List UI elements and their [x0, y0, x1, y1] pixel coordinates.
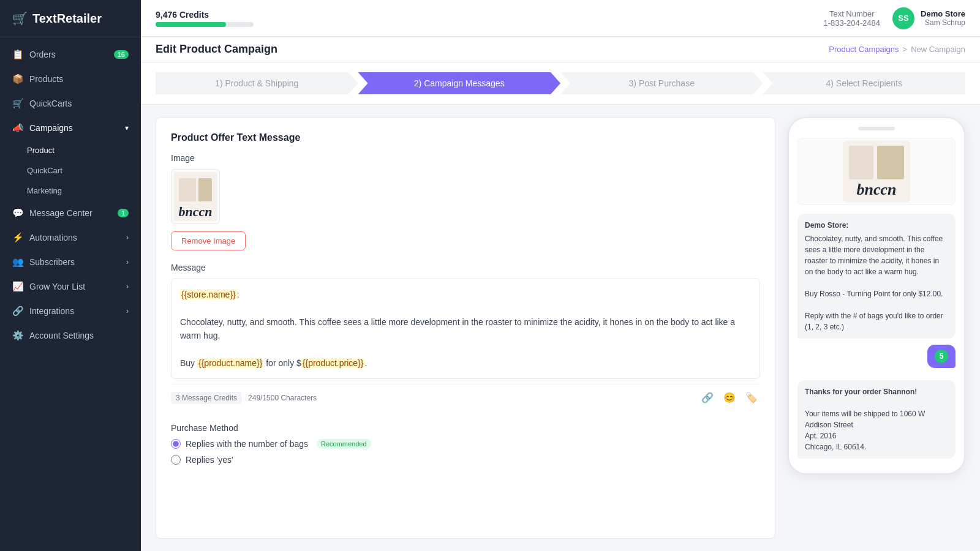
- orders-icon: 📋: [12, 49, 23, 60]
- phone-shipping-label: Your items will be shipped to 1060 W Add…: [805, 410, 925, 429]
- phone-notch-bar: [858, 127, 895, 130]
- sidebar-item-orders[interactable]: 📋 Orders 16: [0, 42, 141, 67]
- phone-city-line: Chicago, IL 60614.: [805, 443, 866, 451]
- svg-text:bnccn: bnccn: [179, 204, 213, 219]
- campaigns-chevron: ▾: [125, 124, 129, 132]
- radio-bags-item: Replies with the number of bags Recommen…: [171, 439, 760, 449]
- image-label: Image: [171, 153, 760, 163]
- credits-fill: [156, 22, 226, 27]
- tag-tool-button[interactable]: 🏷️: [743, 389, 760, 406]
- form-section-title: Product Offer Text Message: [171, 132, 760, 143]
- phone-thanks-bubble: Thanks for your order Shannon! Your item…: [797, 380, 956, 459]
- sidebar-item-label: Account Settings: [29, 331, 94, 340]
- text-number-section: Text Number 1-833-204-2484: [824, 9, 881, 28]
- step-4[interactable]: 4) Select Recipients: [763, 72, 966, 94]
- phone-product-image: bnccn: [797, 138, 956, 205]
- radio-yes-item: Replies 'yes': [171, 455, 760, 465]
- link-tool-button[interactable]: 🔗: [699, 389, 716, 406]
- product-image-preview: bnccn: [171, 169, 220, 224]
- message-body-text: Chocolatey, nutty, and smooth. This coff…: [180, 317, 735, 340]
- logo: 🛒 TextRetailer: [0, 0, 141, 37]
- phone-apt-line: Apt. 2016: [805, 432, 836, 440]
- user-name: Sam Schrup: [921, 18, 965, 27]
- message-box[interactable]: {{store.name}}: Chocolatey, nutty, and s…: [171, 279, 760, 379]
- campaigns-icon: 📣: [12, 122, 23, 133]
- svg-rect-2: [198, 178, 212, 201]
- svg-text:bnccn: bnccn: [857, 181, 897, 198]
- phone-message-body: Chocolatey, nutty, and smooth. This coff…: [805, 234, 943, 276]
- credits-section: 9,476 Credits: [156, 10, 254, 27]
- subscribers-icon: 👥: [12, 257, 23, 268]
- purchase-method-label: Purchase Method: [171, 423, 760, 433]
- subscribers-chevron: ›: [126, 258, 129, 266]
- sidebar-item-label: QuickCarts: [29, 99, 72, 108]
- step-1-label: 1) Product & Shipping: [215, 78, 298, 88]
- sidebar-item-automations[interactable]: ⚡ Automations ›: [0, 225, 141, 250]
- message-center-icon: 💬: [12, 208, 23, 219]
- sidebar-item-label: Integrations: [29, 306, 74, 316]
- sidebar: 🛒 TextRetailer 📋 Orders 16 📦 Products 🛒 …: [0, 0, 141, 551]
- sidebar-item-label: Automations: [29, 233, 77, 242]
- quickcarts-icon: 🛒: [12, 98, 23, 109]
- message-center-badge: 1: [118, 209, 129, 217]
- sidebar-item-integrations[interactable]: 🔗 Integrations ›: [0, 299, 141, 323]
- remove-image-button[interactable]: Remove Image: [171, 231, 246, 250]
- radio-bags[interactable]: [171, 439, 181, 449]
- breadcrumb-current: New Campaign: [911, 45, 965, 54]
- recommended-badge: Recommended: [317, 439, 371, 449]
- phone-chat-bubble: Demo Store: Chocolatey, nutty, and smoot…: [797, 214, 956, 339]
- radio-yes[interactable]: [171, 455, 181, 465]
- sidebar-sub-product[interactable]: Product: [0, 140, 141, 160]
- sidebar-item-message-center[interactable]: 💬 Message Center 1: [0, 201, 141, 225]
- sidebar-nav: 📋 Orders 16 📦 Products 🛒 QuickCarts 📣 Ca…: [0, 37, 141, 551]
- text-number-label: Text Number: [824, 9, 881, 18]
- page-title: Edit Product Campaign: [156, 43, 825, 56]
- sidebar-item-quickcarts[interactable]: 🛒 QuickCarts: [0, 91, 141, 116]
- topbar-right: SS Demo Store Sam Schrup: [892, 7, 965, 29]
- store-name-var: {{store.name}}: [180, 290, 237, 299]
- text-number-value: 1-833-204-2484: [824, 18, 881, 28]
- sidebar-item-label: Products: [29, 74, 63, 84]
- emoji-tool-button[interactable]: 😊: [721, 389, 738, 406]
- phone-store-name: Demo Store:: [805, 220, 948, 231]
- sidebar-item-account-settings[interactable]: ⚙️ Account Settings: [0, 323, 141, 348]
- logo-text: TextRetailer: [32, 12, 102, 26]
- breadcrumb-parent-link[interactable]: Product Campaigns: [829, 45, 899, 54]
- credits-bar: [156, 22, 254, 27]
- sidebar-sub-marketing[interactable]: Marketing: [0, 181, 141, 201]
- account-settings-icon: ⚙️: [12, 330, 23, 341]
- credits-tag: 3 Message Credits: [171, 392, 242, 404]
- breadcrumb-separator: >: [903, 45, 908, 54]
- sidebar-item-products[interactable]: 📦 Products: [0, 67, 141, 91]
- phone-message-number-wrapper: 5: [797, 345, 956, 374]
- user-store: Demo Store: [921, 9, 965, 18]
- message-for-only: for only $: [263, 358, 301, 368]
- phone-preview-panel: bnccn Demo Store: Chocolatey, nutty, and…: [788, 117, 965, 539]
- product-image-svg: bnccn: [174, 172, 217, 221]
- step-1[interactable]: 1) Product & Shipping: [156, 72, 358, 94]
- avatar: SS: [892, 7, 914, 29]
- sidebar-item-campaigns[interactable]: 📣 Campaigns ▾: [0, 116, 141, 140]
- sidebar-sub-quickcart[interactable]: QuickCart: [0, 160, 141, 181]
- phone-frame: bnccn Demo Store: Chocolatey, nutty, and…: [788, 117, 965, 474]
- radio-bags-label: Replies with the number of bags: [186, 439, 308, 449]
- chars-tag: 249/1500 Characters: [248, 394, 317, 402]
- integrations-chevron: ›: [126, 307, 129, 315]
- phone-buy-line: Buy Rosso - Turning Point for only $12.0…: [805, 290, 943, 298]
- sidebar-item-grow-your-list[interactable]: 📈 Grow Your List ›: [0, 274, 141, 299]
- phone-thanks-line: Thanks for your order Shannon!: [805, 388, 917, 396]
- sidebar-item-label: Campaigns: [29, 123, 73, 133]
- step-2[interactable]: 2) Campaign Messages: [358, 72, 561, 94]
- product-price-var: {{product.price}}: [301, 358, 365, 368]
- message-label: Message: [171, 263, 760, 272]
- step-3[interactable]: 3) Post Purchase: [560, 72, 763, 94]
- message-tools: 🔗 😊 🏷️: [699, 389, 760, 406]
- content-area: Product Offer Text Message Image bnccn R…: [141, 105, 980, 551]
- phone-number-badge: 5: [935, 350, 948, 363]
- credits-amount: 9,476 Credits: [156, 10, 254, 20]
- sidebar-item-subscribers[interactable]: 👥 Subscribers ›: [0, 250, 141, 274]
- main-content: 9,476 Credits Text Number 1-833-204-2484…: [141, 0, 980, 551]
- grow-list-chevron: ›: [126, 282, 129, 291]
- step-3-label: 3) Post Purchase: [629, 78, 695, 88]
- steps-bar: 1) Product & Shipping 2) Campaign Messag…: [141, 62, 980, 105]
